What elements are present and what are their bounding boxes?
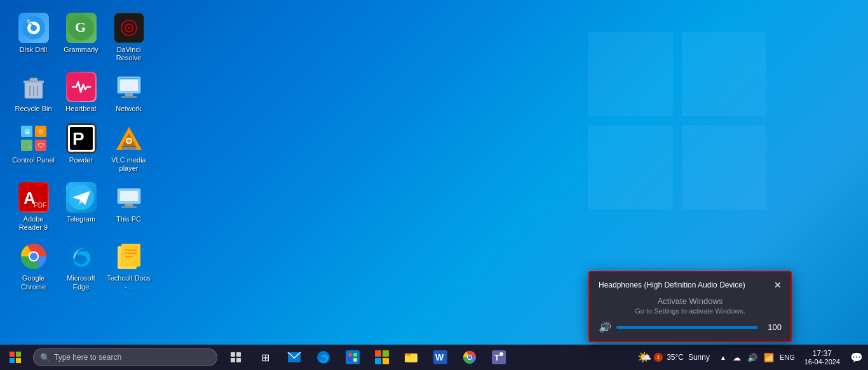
taskbar-word-app[interactable]: W [426,345,455,370]
network-label: Network [116,105,141,113]
adobe-label: Adobe Reader 9 [11,215,55,232]
tray-expand-button[interactable]: ▲ [717,353,729,362]
desktop-icon-ms-edge[interactable]: Microsoft Edge [57,238,105,294]
volume-close-button[interactable]: ✕ [774,280,782,290]
tray-speaker-icon[interactable]: 🔊 [745,352,760,364]
taskbar-right: 🌤️ 1 35°C Sunny ▲ ☁ 🔊 📶 ENG 17:37 16-04-… [632,345,868,370]
svg-text:P: P [72,129,85,149]
desktop-icon-powder[interactable]: P Powder [57,120,105,176]
tray-lang-icon[interactable]: ENG [778,352,797,362]
svg-rect-76 [383,350,389,357]
taskbar-explorer-app[interactable] [397,345,426,370]
weather-badge: 1 [654,353,663,362]
system-tray: ▲ ☁ 🔊 📶 ENG [715,345,799,370]
volume-speaker-button[interactable]: 🔊 [599,321,611,333]
svg-text:🔧: 🔧 [24,142,32,150]
vlc-label: VLC media player [107,156,151,173]
google-chrome-label: Google Chrome [11,274,55,291]
clock-widget[interactable]: 17:37 16-04-2024 [799,345,845,370]
volume-device-name: Headphones (High Definition Audio Device… [599,281,745,289]
desktop-icon-adobe[interactable]: A PDF Adobe Reader 9 [10,179,57,235]
desktop-icon-disk-drill[interactable]: 🔍 Disk Drill [10,10,57,65]
svg-rect-23 [125,93,133,96]
search-icon: 🔍 [40,353,50,362]
weather-widget[interactable]: 🌤️ 1 35°C Sunny [632,345,715,370]
svg-rect-48 [120,191,138,201]
clock-time: 17:37 [813,349,832,358]
taskbar-teams-app[interactable]: T [484,345,513,370]
taskbar: 🔍 Type here to search ⊞ [0,345,868,370]
desktop-icon-heartbeat[interactable]: Heartbeat [57,69,105,116]
svg-rect-3 [682,125,766,209]
desktop-icon-davinci[interactable]: DaVinci Resolve [105,10,153,65]
svg-point-6 [31,25,37,31]
telegram-label: Telegram [67,215,95,223]
disk-drill-icon: 🔍 [18,13,49,43]
this-pc-label: This PC [116,215,141,223]
svg-point-73 [348,358,352,362]
volume-slider-track[interactable] [616,326,757,329]
desktop-icon-grammarly[interactable]: G Grammarly [57,10,105,65]
adobe-icon: A PDF [18,182,49,213]
svg-point-74 [353,358,357,362]
control-panel-icon: 🖥 ⚙ 🔧 🛡 [18,123,49,154]
svg-rect-80 [405,353,411,356]
svg-rect-77 [375,358,381,364]
davinci-label: DaVinci Resolve [107,46,151,62]
taskbar-paint-app[interactable] [338,345,367,370]
powder-label: Powder [69,156,93,164]
svg-point-42 [127,139,131,143]
tray-onedrive-icon[interactable]: ☁ [730,352,743,364]
weather-condition: Sunny [688,353,710,362]
svg-rect-60 [10,352,15,357]
taskbar-store-app[interactable] [367,345,397,370]
taskbar-edge-app[interactable] [309,345,338,370]
davinci-icon [114,13,144,43]
desktop-icon-recycle-bin[interactable]: Recycle Bin [10,69,57,116]
desktop-icon-this-pc[interactable]: This PC [105,179,153,235]
desktop: 🔍 Disk Drill G Grammarly [0,0,868,370]
start-button[interactable] [0,345,31,370]
desktop-icon-google-chrome[interactable]: Google Chrome [10,238,57,294]
svg-rect-16 [30,78,37,81]
svg-text:⚙: ⚙ [38,128,44,135]
windows-logo-background [588,25,766,216]
taskbar-search-box[interactable]: 🔍 Type here to search [33,348,217,366]
svg-rect-78 [383,358,389,364]
desktop-icon-vlc[interactable]: VLC media player [105,120,153,176]
volume-level: 100 [763,322,782,332]
weather-icon: 🌤️ [637,350,651,364]
taskbar-chrome-app[interactable] [455,345,484,370]
svg-rect-70 [346,350,360,364]
desktop-icon-techcult[interactable]: Techcult Docs -... [105,238,153,294]
svg-rect-50 [121,206,137,208]
svg-text:G: G [75,19,86,35]
google-chrome-icon [18,241,49,272]
svg-text:🖥: 🖥 [24,128,31,135]
control-panel-label: Control Panel [12,156,55,164]
grammarly-label: Grammarly [64,46,98,54]
desktop-icon-control-panel[interactable]: 🖥 ⚙ 🔧 🛡 Control Panel [10,120,57,176]
task-view-button[interactable] [221,345,250,370]
volume-slider-fill [616,326,757,329]
svg-text:T: T [494,353,499,362]
svg-rect-64 [231,352,235,357]
activate-windows-text: Activate Windows [599,296,782,306]
svg-rect-67 [236,358,241,362]
tray-wifi-icon[interactable]: 📶 [761,352,776,364]
techcult-icon [114,241,144,272]
grammarly-icon: G [66,13,97,43]
techcult-label: Techcult Docs -... [107,274,151,291]
desktop-icon-telegram[interactable]: Telegram [57,179,105,235]
notification-button[interactable]: 💬 [845,345,868,370]
weather-temp: 35°C [667,353,684,362]
desktop-icon-network[interactable]: Network [105,69,153,116]
svg-point-13 [128,27,130,29]
disk-drill-label: Disk Drill [20,46,47,54]
this-pc-icon [114,182,144,213]
widgets-button[interactable]: ⊞ [250,345,280,370]
svg-rect-0 [588,32,673,116]
taskbar-mail-app[interactable] [280,345,309,370]
svg-point-72 [353,353,357,357]
recycle-bin-icon [18,72,49,102]
